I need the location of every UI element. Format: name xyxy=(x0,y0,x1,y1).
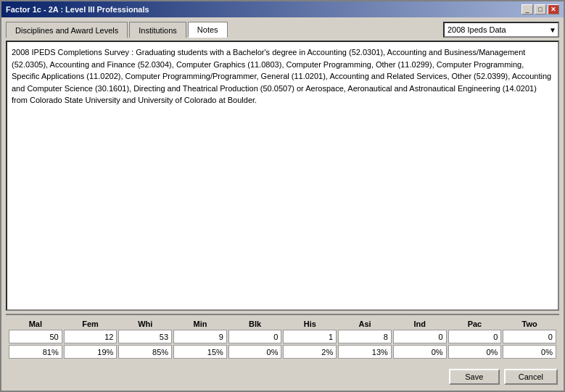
col-label-pac: Pac xyxy=(448,320,502,328)
top-bar: Disciplines and Award Levels Institution… xyxy=(6,22,559,38)
tab-notes[interactable]: Notes xyxy=(188,22,228,38)
notes-text: 2008 IPEDS Completions Survey : Graduati… xyxy=(12,46,553,107)
tab-institutions[interactable]: Institutions xyxy=(129,22,186,38)
col-label-his: His xyxy=(283,320,337,328)
stat-fem-count: 12 xyxy=(64,330,117,343)
window-body: Disciplines and Award Levels Institution… xyxy=(1,17,564,391)
stat-min-count: 9 xyxy=(173,330,227,343)
col-label-asi: Asi xyxy=(338,320,392,328)
col-label-ind: Ind xyxy=(393,320,447,328)
main-window: Factor 1c - 2A : Level III Professionals… xyxy=(0,0,565,392)
stat-asi-count: 8 xyxy=(338,330,392,343)
stat-min-pct: 15% xyxy=(173,345,227,359)
window-title: Factor 1c - 2A : Level III Professionals xyxy=(6,5,149,14)
col-label-whi: Whi xyxy=(118,320,172,328)
stat-pac-pct: 0% xyxy=(448,345,502,359)
title-bar: Factor 1c - 2A : Level III Professionals… xyxy=(1,1,564,17)
stat-blk-pct: 0% xyxy=(228,345,282,359)
stat-his-count: 1 xyxy=(283,330,337,343)
cancel-button[interactable]: Cancel xyxy=(504,369,558,385)
ipeds-data-dropdown-wrapper: 2008 Ipeds Data ▼ xyxy=(443,22,559,38)
stats-row1: 50 12 53 9 0 1 8 0 0 0 xyxy=(7,330,558,343)
stat-fem-pct: 19% xyxy=(64,345,117,359)
stat-two-count: 0 xyxy=(503,330,556,343)
tab-bar: Disciplines and Award Levels Institution… xyxy=(6,22,229,38)
window-controls: _ □ ✕ xyxy=(521,4,559,14)
close-button[interactable]: ✕ xyxy=(548,4,559,14)
stat-ind-count: 0 xyxy=(393,330,447,343)
col-label-two: Two xyxy=(503,320,556,328)
stats-section: Mal Fem Whi Min Blk His Asi Ind Pac Two … xyxy=(6,314,559,363)
save-button[interactable]: Save xyxy=(449,369,500,385)
stat-pac-count: 0 xyxy=(448,330,502,343)
stat-two-pct: 0% xyxy=(503,345,556,359)
tab-disciplines-and-award-levels[interactable]: Disciplines and Award Levels xyxy=(6,22,128,38)
stat-mal-pct: 81% xyxy=(9,345,62,359)
col-label-mal: Mal xyxy=(9,320,62,328)
stats-label-row: Mal Fem Whi Min Blk His Asi Ind Pac Two xyxy=(7,320,558,328)
col-label-min: Min xyxy=(173,320,227,328)
stat-mal-count: 50 xyxy=(9,330,62,343)
stats-row2: 81% 19% 85% 15% 0% 2% 13% 0% 0% 0% xyxy=(7,345,558,359)
stat-whi-pct: 85% xyxy=(118,345,172,359)
footer-buttons: Save Cancel xyxy=(6,366,559,386)
stat-blk-count: 0 xyxy=(228,330,282,343)
col-label-fem: Fem xyxy=(64,320,117,328)
dropdown-container: 2008 Ipeds Data ▼ xyxy=(443,22,559,38)
notes-content-area[interactable]: 2008 IPEDS Completions Survey : Graduati… xyxy=(6,41,559,311)
stat-whi-count: 53 xyxy=(118,330,172,343)
maximize-button[interactable]: □ xyxy=(535,4,546,14)
stat-ind-pct: 0% xyxy=(393,345,447,359)
ipeds-data-dropdown[interactable]: 2008 Ipeds Data xyxy=(443,22,559,38)
stat-asi-pct: 13% xyxy=(338,345,392,359)
col-label-blk: Blk xyxy=(228,320,282,328)
minimize-button[interactable]: _ xyxy=(521,4,533,14)
stat-his-pct: 2% xyxy=(283,345,337,359)
